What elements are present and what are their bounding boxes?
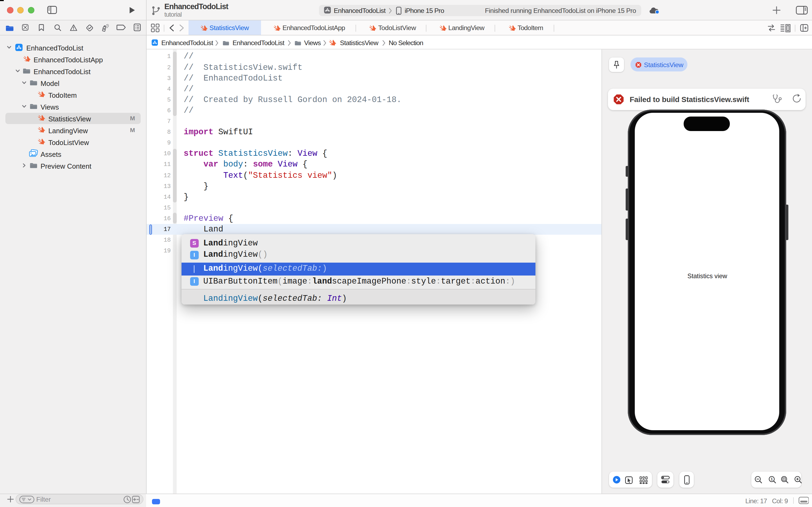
- svg-text:1: 1: [770, 477, 772, 481]
